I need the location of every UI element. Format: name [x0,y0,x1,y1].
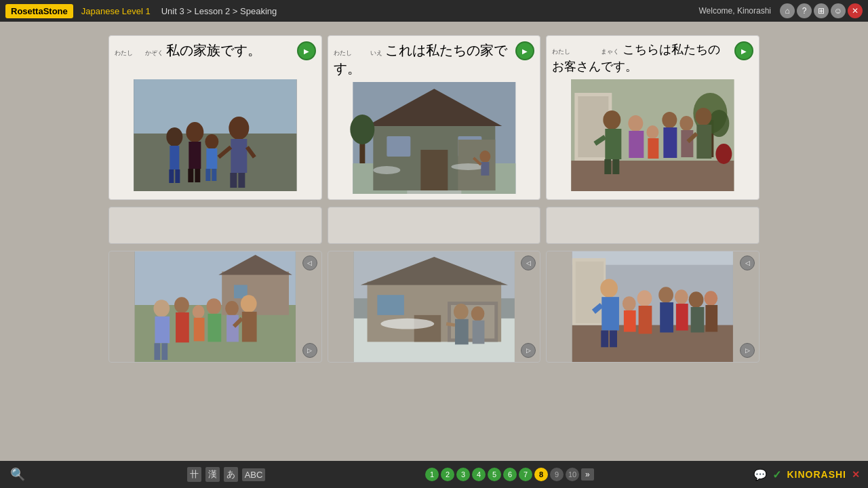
svg-rect-11 [195,169,200,182]
svg-rect-115 [660,302,674,332]
bottom-image-3-mic-bottom[interactable]: ▷ [740,343,755,358]
bottom-close-button[interactable]: ✕ [852,469,860,480]
page-8[interactable]: 8 [534,468,548,481]
svg-point-35 [479,150,490,163]
card-guests-furigana: わたし まゃく [552,48,619,55]
svg-rect-98 [472,321,484,344]
bottom-image-1-mic-top[interactable]: ◁ [302,256,317,270]
svg-rect-113 [639,306,652,333]
home-button[interactable]: ⌂ [780,3,795,18]
svg-rect-48 [606,129,622,159]
card-house-furigana: わたし いえ [334,49,382,56]
svg-point-112 [637,290,652,306]
card-family-furigana: わたし かぞく [115,49,163,56]
page-4[interactable]: 4 [472,468,486,481]
page-6[interactable]: 6 [503,468,517,481]
svg-point-46 [716,144,732,164]
svg-rect-36 [481,162,489,176]
svg-point-12 [205,134,218,149]
svg-rect-71 [154,343,160,360]
svg-rect-29 [420,150,448,190]
page-2[interactable]: 2 [441,468,454,481]
page-7[interactable]: 7 [519,468,532,481]
course-title: Japanese Level 1 [81,6,151,16]
page-10[interactable]: 10 [566,468,579,481]
answer-box-1[interactable] [108,207,322,244]
bottom-photo-2 [328,251,540,362]
svg-rect-7 [175,169,180,183]
page-number-nav: 1 2 3 4 5 6 7 8 9 10 » [425,468,594,481]
bottom-image-1-mic-bottom[interactable]: ▷ [302,343,317,358]
script-btn-kanji[interactable]: 漢 [205,467,220,482]
svg-point-73 [174,297,189,313]
card-house-image [334,82,535,194]
close-button[interactable]: ✕ [848,3,863,18]
svg-point-77 [206,298,221,314]
svg-point-69 [153,300,170,317]
answer-box-2[interactable] [328,207,541,244]
card-family-header: わたし かぞく 私の家族です。 [115,41,316,75]
svg-point-97 [471,306,484,321]
svg-point-32 [350,115,374,144]
bottom-photo-3 [547,251,759,362]
svg-point-94 [454,304,469,320]
card-family-sound-button[interactable] [297,41,316,60]
svg-point-116 [675,289,688,304]
answer-box-3[interactable] [546,207,760,244]
svg-rect-14 [205,169,210,181]
svg-point-75 [193,305,205,319]
svg-rect-40 [572,161,734,191]
bottom-image-row: ◁ ▷ [108,251,760,363]
svg-rect-70 [155,317,170,344]
svg-rect-50 [613,159,620,174]
page-9[interactable]: 9 [550,468,564,481]
svg-rect-76 [194,318,205,342]
svg-rect-59 [682,130,694,157]
svg-point-58 [680,116,694,131]
next-page-button[interactable]: » [581,468,594,481]
svg-point-33 [373,166,400,174]
svg-rect-13 [206,148,217,169]
bottom-right-icons: 💬 ✓ KINORASHI ✕ [753,468,860,481]
svg-rect-15 [212,169,216,181]
svg-point-54 [647,125,659,139]
script-buttons: 卄 漢 あ ABC [187,467,266,482]
layers-button[interactable]: ⊞ [814,3,829,18]
answer-box-row [108,207,760,244]
profile-button[interactable]: ☺ [831,3,846,18]
svg-rect-17 [231,139,247,173]
svg-rect-74 [176,312,189,342]
help-button[interactable]: ? [797,3,812,18]
rosetta-stone-logo: RosettaStone [5,4,73,18]
script-btn-radical[interactable]: 卄 [187,467,201,482]
page-5[interactable]: 5 [488,468,501,481]
script-btn-abc[interactable]: ABC [242,468,266,481]
svg-rect-106 [602,297,620,330]
bottom-image-3-mic-top[interactable]: ◁ [740,256,755,270]
svg-rect-92 [377,295,404,315]
card-guests-header: わたし まゃく こちらは私たちのお客さんです。 [552,41,753,75]
bottom-image-1: ◁ ▷ [108,251,322,363]
card-house-sound-button[interactable] [515,41,534,60]
card-guests: わたし まゃく こちらは私たちのお客さんです。 [546,35,760,200]
card-house-header: わたし いえ これは私たちの家です。 [334,41,535,78]
svg-rect-107 [601,331,609,348]
card-family-image [115,79,316,191]
svg-rect-42 [578,96,609,157]
check-mark: ✓ [772,468,781,481]
svg-point-118 [689,291,704,308]
search-button[interactable]: 🔍 [8,465,27,484]
svg-rect-55 [648,138,659,159]
svg-rect-111 [624,310,636,332]
page-3[interactable]: 3 [456,468,470,481]
top-card-row: わたし かぞく 私の家族です。 [108,35,760,200]
logo-text: RosettaStone [11,6,68,16]
svg-point-60 [696,108,712,125]
script-btn-hiragana[interactable]: あ [224,467,238,482]
page-1[interactable]: 1 [425,468,439,481]
svg-point-4 [166,127,182,146]
svg-rect-5 [170,146,179,169]
svg-point-93 [380,319,434,329]
svg-point-79 [225,301,239,316]
card-guests-sound-button[interactable] [734,41,753,60]
